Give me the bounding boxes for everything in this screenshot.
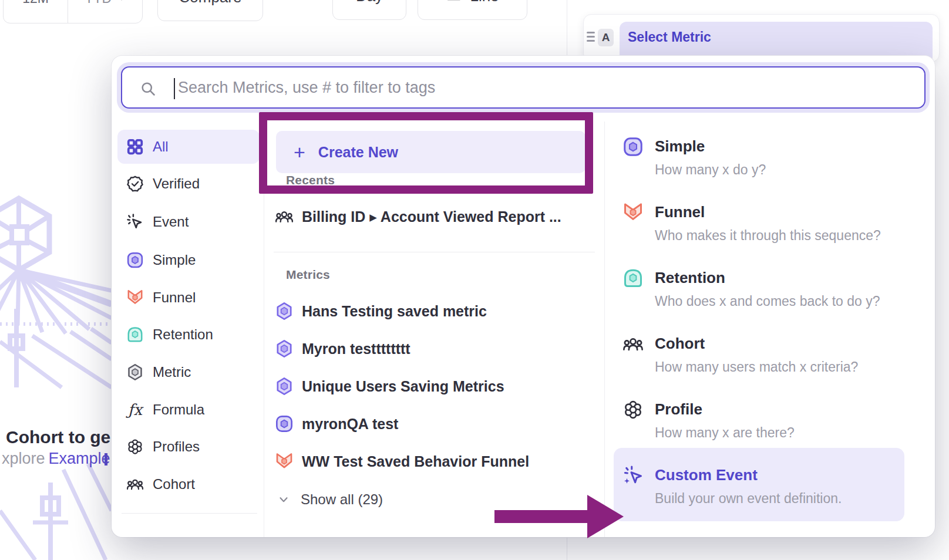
metric-list-item[interactable]: Unique Users Saving Metrics [275,377,504,396]
metric-search-input[interactable]: Search Metrics, use # to filter to tags [121,66,926,109]
metric-list-item[interactable]: myronQA test [275,414,398,433]
simple-icon[interactable] [622,136,644,157]
event-cursor-icon [126,213,144,231]
verified-seal-icon [126,175,144,193]
funnel-icon[interactable] [622,202,644,223]
column-divider [604,122,605,537]
category-event[interactable]: Event [117,205,260,239]
type-simple-description: How many x do y? [655,162,766,178]
custom-event-icon[interactable] [622,465,644,486]
formula-fx-icon: ƒx [126,401,144,419]
funnel-icon [275,452,294,471]
chart-type-button[interactable]: Line [418,0,527,20]
empty-state-subtitle-fragment: xplore [2,450,45,467]
chevron-down-icon [116,0,127,4]
simple-icon [275,414,294,433]
retention-icon [126,326,144,343]
category-metric[interactable]: Metric [117,355,260,389]
grid-icon [126,138,144,156]
date-range-12m[interactable]: 12M [4,0,68,23]
empty-state-title-fragment: Cohort to ge [6,427,110,447]
type-custom-event-description: Build your own event definition. [655,491,842,507]
simple-icon [126,251,144,269]
type-simple-title[interactable]: Simple [655,137,705,156]
type-custom-event-title[interactable]: Custom Event [655,466,758,484]
metric-hexagon-icon [275,302,294,321]
funnel-icon [126,289,144,306]
category-formula[interactable]: ƒx Formula [117,393,260,427]
metric-list-item[interactable]: Hans Testing saved metric [275,302,487,321]
profiles-cluster-icon [126,438,144,456]
type-funnel-title[interactable]: Funnel [655,203,705,221]
sidebar-divider [122,513,257,514]
empty-state-wireframe-illustration [0,194,112,560]
metric-hexagon-icon [275,377,294,396]
cohort-people-icon [275,207,294,226]
category-tags-clipped[interactable] [117,530,260,537]
type-funnel-description: Who makes it through this sequence? [655,228,881,244]
metric-list-item[interactable]: Myron testttttttt [275,339,410,358]
category-profiles[interactable]: Profiles [117,430,260,464]
annotation-arrow [493,494,625,539]
compare-button[interactable]: Compare [157,0,263,21]
type-profile-title[interactable]: Profile [655,400,702,419]
recent-item[interactable]: Billing ID ▸ Account Viewed Report ... [275,207,561,226]
retention-icon[interactable] [622,268,644,289]
date-range-preset[interactable]: YTD [68,0,143,23]
profiles-cluster-icon[interactable] [622,399,644,420]
category-simple[interactable]: Simple [117,243,260,277]
category-cohort[interactable]: Cohort [117,467,260,501]
date-range-control[interactable]: 12M YTD [3,0,143,23]
type-retention-title[interactable]: Retention [655,269,725,287]
metric-hexagon-icon [126,363,144,381]
section-divider [274,252,595,252]
search-icon [140,80,156,97]
drag-handle-icon[interactable] [587,32,595,44]
type-cohort-description: How many users match x criteria? [655,359,858,375]
metric-hexagon-icon [275,339,294,358]
category-retention[interactable]: Retention [117,318,260,352]
category-funnel[interactable]: Funnel [117,281,260,315]
cohort-people-icon[interactable] [622,333,644,355]
mixpanel-insights-screen: { "colors": { "accent": "#5b4ccf", "acce… [0,0,949,560]
clipped-text-fragment [105,453,107,465]
chevron-down-icon [277,493,290,506]
metric-list-item[interactable]: WW Test Saved Behavior Funnel [275,452,529,471]
custom-event-highlight[interactable] [614,448,904,521]
series-a-badge: A [598,29,614,46]
line-chart-icon [446,0,462,4]
cohort-people-icon [126,475,144,493]
show-all-button[interactable]: Show all (29) [277,491,383,508]
example-boards-link[interactable]: Example [49,450,110,467]
search-placeholder: Search Metrics, use # to filter to tags [178,68,435,107]
text-caret [174,78,175,99]
category-all[interactable]: All [117,130,260,164]
annotation-highlight-box [259,112,593,194]
granularity-button[interactable]: Day [332,0,406,20]
category-verified[interactable]: Verified [117,167,260,201]
empty-state-subtitle: xploreExample [2,450,112,468]
metrics-header: Metrics [286,268,330,282]
type-retention-description: Who does x and comes back to do y? [655,294,880,309]
type-profile-description: How many x are there? [655,425,795,441]
type-cohort-title[interactable]: Cohort [655,335,705,353]
